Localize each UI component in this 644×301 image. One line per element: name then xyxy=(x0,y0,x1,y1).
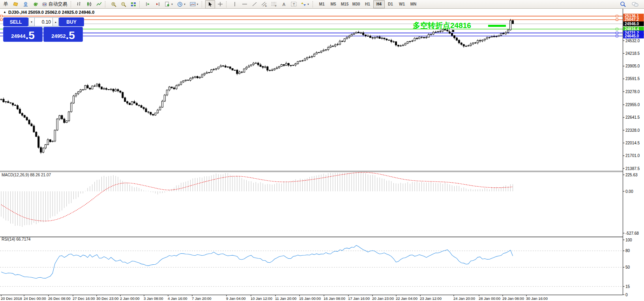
candle-body xyxy=(43,148,44,152)
line-handle[interactable] xyxy=(0,19,2,21)
price-tick-label: 22955.0 xyxy=(625,103,640,107)
candle-body xyxy=(26,117,28,120)
toolbar-separator xyxy=(105,1,107,7)
price-line-label[interactable]: 24946.0 xyxy=(625,22,639,26)
lot-increase-button[interactable]: ▲ xyxy=(52,17,59,26)
buy-button[interactable]: BUY xyxy=(59,17,84,26)
candle-body xyxy=(267,67,268,70)
data-window-button[interactable] xyxy=(21,0,30,9)
chart-canvas[interactable]: 24532.024218.523905.023591.523278.022955… xyxy=(0,0,644,301)
toolbar-separator xyxy=(226,1,228,7)
candle-body xyxy=(479,41,481,41)
sell-price-box[interactable]: 24944 .5 xyxy=(3,27,43,42)
candle-body xyxy=(143,107,144,108)
price-tick-label: 22641.5 xyxy=(625,115,640,120)
panel-collapse-arrow[interactable]: ▲ xyxy=(3,10,6,14)
timeframe-d1[interactable]: D1 xyxy=(385,0,396,8)
timeframe-m1[interactable]: M1 xyxy=(316,0,328,8)
price-tick-label: 23905.0 xyxy=(625,64,640,68)
price-line-label[interactable]: 24645.0 xyxy=(625,34,639,38)
buy-price-box[interactable]: 24952 .5 xyxy=(43,27,83,42)
line-handle[interactable] xyxy=(616,35,618,37)
candle-body xyxy=(112,89,114,91)
timeframe-mn[interactable]: MN xyxy=(408,0,419,8)
candle-body xyxy=(99,84,100,87)
buy-price-pips: .5 xyxy=(66,30,75,41)
candle-body xyxy=(369,36,371,37)
candle-body xyxy=(101,87,103,89)
text-button[interactable]: A xyxy=(279,0,289,9)
time-tick-label: 28 Jan 00:00 xyxy=(479,296,500,301)
candle-body xyxy=(152,114,154,115)
candle-body xyxy=(407,41,408,43)
fibonacci-button[interactable]: F xyxy=(269,0,279,9)
candle-body xyxy=(346,37,348,39)
timeframe-h1[interactable]: H1 xyxy=(362,0,373,8)
search-button[interactable] xyxy=(618,0,628,9)
bar-chart-button[interactable] xyxy=(74,0,84,9)
chart-shift-button[interactable] xyxy=(153,0,163,9)
rsi-indicator-label: RSI(14) 66.7174 xyxy=(2,237,30,241)
timeframe-h4[interactable]: H4 xyxy=(373,0,385,8)
add-indicator-button[interactable]: ▼ xyxy=(163,0,175,9)
time-tick-label: 23 Jan 12:00 xyxy=(420,296,442,301)
line-handle[interactable] xyxy=(616,32,618,34)
pivot-annotation-text[interactable]: 多空转折点24816 xyxy=(413,21,471,31)
zoom-in-button[interactable] xyxy=(109,0,118,9)
timeframe-w1[interactable]: W1 xyxy=(396,0,408,8)
cursor-button[interactable] xyxy=(205,0,215,9)
price-tick-label: 23591.5 xyxy=(625,77,640,81)
line-handle[interactable] xyxy=(616,19,618,21)
candle-body xyxy=(150,112,152,114)
timeframe-bar: M1M5M15M30H1H4D1W1MN xyxy=(316,0,419,8)
chart-template-button[interactable]: ▼ xyxy=(188,0,200,9)
candle-body xyxy=(129,103,131,105)
candle-body xyxy=(402,45,404,46)
line-handle[interactable] xyxy=(616,28,618,30)
text-label-button[interactable]: T xyxy=(289,0,299,9)
timeframe-m30[interactable]: M30 xyxy=(350,0,362,8)
sell-button[interactable]: SELL xyxy=(3,17,28,26)
zoom-out-button[interactable] xyxy=(118,0,128,9)
candle-body xyxy=(353,33,355,34)
autotrading-button[interactable]: 自动交易 xyxy=(40,0,69,9)
lot-size-input[interactable] xyxy=(35,17,52,26)
market-watch-button[interactable] xyxy=(11,0,21,9)
price-line-label[interactable]: 25047.2 xyxy=(625,17,639,22)
auto-scroll-button[interactable] xyxy=(143,0,153,9)
new-order-button[interactable]: 单 xyxy=(1,0,11,9)
crosshair-button[interactable] xyxy=(215,0,225,9)
line-chart-button[interactable] xyxy=(94,0,104,9)
dropdown-arrow-icon: ▼ xyxy=(183,3,186,6)
chart-template-icon xyxy=(190,2,196,7)
candle-body xyxy=(395,42,397,45)
candle-body xyxy=(386,39,388,40)
candle-body xyxy=(505,32,507,34)
candle-body xyxy=(68,112,70,121)
pivot-annotation-bar[interactable] xyxy=(488,25,506,27)
candle-body xyxy=(171,87,172,88)
timeframe-m5[interactable]: M5 xyxy=(328,0,339,8)
arrows-button[interactable]: ▼ xyxy=(299,0,311,9)
period-button[interactable]: ▼ xyxy=(175,0,188,9)
candle-body xyxy=(110,89,112,90)
timeframe-m15[interactable]: M15 xyxy=(339,0,350,8)
equidistant-channel-button[interactable]: E xyxy=(259,0,269,9)
tile-windows-button[interactable] xyxy=(128,0,138,9)
candle-body xyxy=(84,86,86,90)
chat-button[interactable] xyxy=(630,0,640,9)
horizontal-line-button[interactable] xyxy=(240,0,249,9)
trendline-button[interactable] xyxy=(249,0,259,9)
line-handle[interactable] xyxy=(616,15,618,17)
candle-body xyxy=(234,70,236,71)
time-tick-label: 17 Jan 16:00 xyxy=(348,296,370,301)
candle-body xyxy=(318,52,320,53)
candle-body xyxy=(222,66,224,66)
candlestick-chart-icon xyxy=(86,2,92,7)
signals-button[interactable] xyxy=(30,0,40,9)
lot-decrease-button[interactable]: ▼ xyxy=(28,17,35,26)
vertical-line-button[interactable] xyxy=(230,0,240,9)
candle-body xyxy=(24,115,25,117)
candlestick-chart-button[interactable] xyxy=(84,0,94,9)
line-handle[interactable] xyxy=(0,15,2,17)
